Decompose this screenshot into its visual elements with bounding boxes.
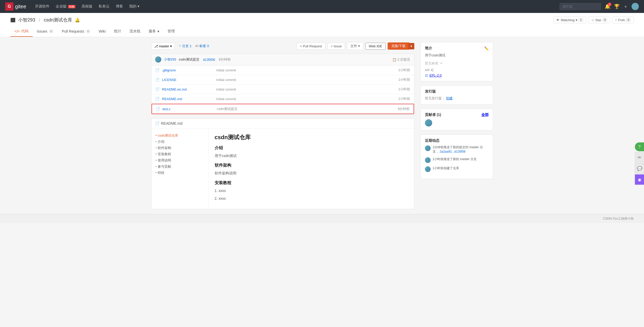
search-input[interactable] (560, 3, 601, 10)
readme-toc-item[interactable]: 参与贡献 (156, 164, 204, 170)
contributor-avatar[interactable] (425, 119, 432, 127)
purple-float-button[interactable]: ◉ (635, 174, 644, 185)
nav-blog[interactable]: 博客 (113, 3, 126, 10)
branch-icon: ⎇ (154, 44, 158, 48)
pull-request-button[interactable]: + Pull Request (296, 43, 325, 50)
edit-float-button[interactable]: ✏ (635, 152, 644, 163)
web-ide-button[interactable]: Web IDE (365, 43, 386, 50)
repo-title-row: ⬛ 小智293 / csdn测试仓库 🔔 👁 Watching ▾ 1 ☆ St… (10, 17, 634, 26)
file-time-gitignore: 1小时前 (398, 68, 410, 72)
readme-toc-item[interactable]: 软件架构 (156, 145, 204, 151)
sidebar-release-section: 发行版 暂无发行版， 创建 (421, 85, 493, 105)
add-icon[interactable]: ＋ (623, 3, 628, 10)
readme-file-icon: 📄 (155, 121, 160, 125)
repo-sidebar: 简介 ✏️ 用于csdn测试 暂无标签 ＋ </> C ⚖ EPL-2.0 (421, 42, 493, 209)
file-time-readme: 1小时前 (398, 96, 410, 101)
readme-toc-item[interactable]: 使用说明 (156, 157, 204, 164)
file-link-testc[interactable]: test.c (163, 107, 214, 111)
license-link[interactable]: EPL-2.0 (430, 73, 442, 77)
commit-hash[interactable]: d135f06 (203, 58, 215, 62)
all-contributors-link[interactable]: 全部 (481, 113, 489, 117)
fork-button[interactable]: ⑂ Fork 0 (612, 17, 634, 23)
file-row: 📄 .gitignore Initial commit 1小时前 (151, 65, 414, 75)
float-buttons: ? ✏ 💬 ◉ (635, 142, 644, 185)
nav-mine[interactable]: 我的 ▾ (127, 3, 142, 10)
readme-toc-item[interactable]: 介绍 (156, 139, 204, 145)
readme-section-arch-heading: 软件架构 (215, 163, 408, 168)
fork-count: 0 (626, 18, 631, 22)
nav-private[interactable]: 私有云 (96, 3, 112, 10)
file-button[interactable]: 文件 ▾ (347, 42, 363, 50)
file-icon-gitignore: 📄 (155, 68, 160, 72)
logo-icon: G (5, 2, 13, 11)
file-commit-readme: Initial commit (216, 97, 396, 101)
readme-content: csdn测试仓库 介绍 用于csdn测试 软件架构 软件架构说明 安装教程 1.… (208, 128, 414, 209)
tab-manage[interactable]: 管理 (163, 26, 179, 37)
file-icon-readme: 📄 (155, 97, 160, 101)
file-time-readme-en: 1小时前 (398, 87, 410, 92)
watch-button[interactable]: 👁 Watching ▾ 1 (553, 17, 586, 23)
tab-pipeline[interactable]: 流水线 (125, 26, 144, 37)
issue-button[interactable]: + Issue (327, 43, 345, 50)
repo-actions: 👁 Watching ▾ 1 ☆ Star 0 ⑂ Fork 0 (553, 17, 634, 23)
license-icon: ⚖ (425, 73, 428, 77)
repo-owner-link[interactable]: 小智293 (18, 17, 35, 23)
chat-float-button[interactable]: 💬 (635, 163, 644, 174)
readme-install-item1: 1. xxxx (215, 188, 408, 194)
user-avatar[interactable] (632, 3, 639, 10)
sidebar-license: ⚖ EPL-2.0 (425, 73, 489, 77)
tab-code[interactable]: </> 代码 (10, 26, 33, 37)
edit-intro-icon[interactable]: ✏️ (484, 46, 489, 50)
site-logo[interactable]: G gitee (5, 2, 26, 11)
logo-text: gitee (15, 4, 26, 10)
nav-opensource[interactable]: 开源软件 (32, 3, 52, 10)
clone-button-group: 克隆/下载 ▾ (388, 42, 414, 50)
nav-right: 🔔 1 🏆 ＋ (560, 3, 639, 10)
top-navigation: G gitee 开源软件 企业版 特惠 高校版 私有云 博客 我的 ▾ 🔔 1 … (0, 0, 644, 13)
readme-toc-item[interactable]: csdn测试仓库 (156, 132, 204, 139)
file-link-license[interactable]: LICENSE (162, 78, 214, 82)
readme-title: csdn测试仓库 (215, 133, 408, 141)
watch-notify-icon[interactable]: 🔔 (75, 18, 80, 23)
branch-selector[interactable]: ⎇ master ▾ (151, 43, 175, 50)
create-release-link[interactable]: 创建 (446, 96, 453, 100)
branch-bar: ⎇ master ▾ ⑂ 分支 1 🏷 标签 0 + Pull Request (151, 42, 414, 50)
star-button[interactable]: ☆ Star 0 (588, 17, 610, 23)
clone-button[interactable]: 克隆/下载 (388, 42, 409, 50)
tab-wiki[interactable]: Wiki (95, 26, 110, 37)
tab-services[interactable]: 服务 ▾ (144, 26, 163, 37)
tab-pullrequests[interactable]: Pull Requests 0 (58, 26, 95, 37)
trophy-icon[interactable]: 🏆 (614, 4, 620, 9)
activity-avatar (425, 145, 431, 151)
issues-badge: 0 (49, 29, 54, 33)
file-link-readme[interactable]: README.md (162, 97, 214, 101)
notification-icon[interactable]: 🔔 1 (605, 4, 610, 9)
activity-text: 1小时前创建了仓库 (433, 166, 459, 170)
tag-count: 🏷 标签 0 (195, 44, 209, 48)
code-lang-icon: </> (425, 68, 430, 72)
clone-dropdown[interactable]: ▾ (408, 43, 414, 49)
commit-author[interactable]: 小智293 (164, 57, 176, 62)
nav-university[interactable]: 高校版 (79, 3, 95, 10)
sidebar-intro-section: 简介 ✏️ 用于csdn测试 暂无标签 ＋ </> C ⚖ EPL-2.0 (421, 42, 493, 81)
activity-commit-link[interactable]: 2a2aa92...d135f06 (440, 150, 466, 153)
file-link-readme-en[interactable]: README.en.md (162, 87, 214, 91)
commit-count[interactable]: 📋 2 次提交 (392, 57, 410, 62)
enterprise-badge: 特惠 (68, 5, 75, 8)
nav-enterprise[interactable]: 企业版 特惠 (53, 3, 78, 10)
repo-name-link[interactable]: csdn测试仓库 (44, 17, 72, 23)
readme-toc-item[interactable]: 安装教程 (156, 151, 204, 157)
readme-toc-item[interactable]: 特技 (156, 170, 204, 176)
file-link-gitignore[interactable]: .gitignore (162, 68, 214, 72)
file-row: 📄 README.en.md Initial commit 1小时前 (151, 85, 414, 94)
file-row: 📄 README.md Initial commit 1小时前 (151, 94, 414, 104)
help-float-button[interactable]: ? (635, 142, 644, 152)
sidebar-intro-text: 用于csdn测试 (425, 53, 489, 58)
star-count: 0 (603, 18, 607, 22)
sidebar-release-title: 发行版 (425, 89, 489, 94)
fork-icon: ⑂ (615, 18, 617, 22)
tab-issues[interactable]: Issues 0 (33, 26, 58, 37)
commit-icon: 📋 (392, 58, 396, 62)
tab-stats[interactable]: 统计 (110, 26, 125, 37)
add-tag-icon[interactable]: ＋ (439, 61, 443, 65)
